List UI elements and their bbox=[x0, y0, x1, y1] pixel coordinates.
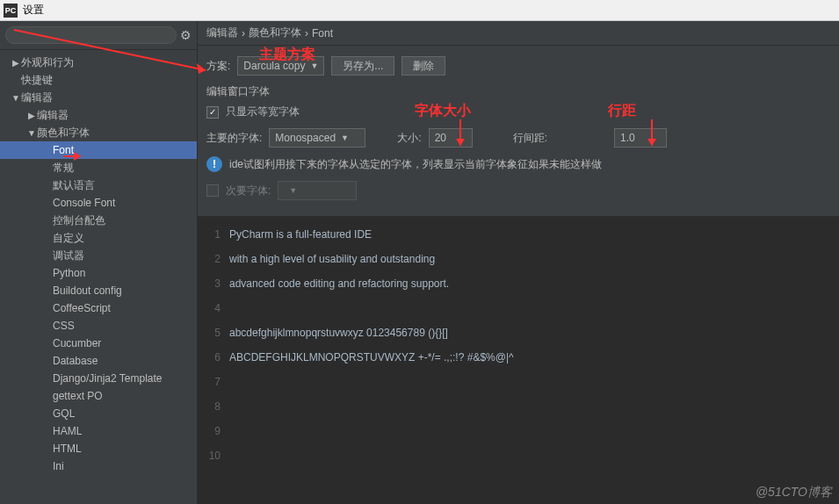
tree-item-label: 默认语言 bbox=[53, 178, 95, 193]
line-number: 9 bbox=[198, 419, 229, 443]
info-text: ide试图利用接下来的字体从选定的字体，列表显示当前字体象征如果未能这样做 bbox=[229, 157, 602, 172]
scheme-combo[interactable]: Darcula copy▼ bbox=[237, 56, 324, 76]
tree-item-label: Django/Jinja2 Template bbox=[53, 372, 163, 385]
tree-item-label: 颜色和字体 bbox=[37, 126, 90, 140]
line-number: 10 bbox=[198, 443, 229, 468]
tree-item-label: HAML bbox=[53, 425, 82, 437]
preview-line: 5abcdefghijklmnopqrstuvwxyz 0123456789 (… bbox=[198, 320, 839, 345]
line-text: abcdefghijklmnopqrstuvwxyz 0123456789 ()… bbox=[229, 320, 448, 345]
breadcrumb-item[interactable]: 编辑器 bbox=[206, 25, 238, 40]
tree-item-label: Cucumber bbox=[53, 337, 101, 349]
settings-sidebar: ⚙ ▶外观和行为快捷键▼编辑器▶编辑器▼颜色和字体Font常规默认语言Conso… bbox=[0, 21, 198, 504]
tree-item[interactable]: ▶外观和行为 bbox=[0, 54, 197, 71]
tree-item-label: 外观和行为 bbox=[21, 55, 74, 70]
tree-item[interactable]: ▶编辑器 bbox=[0, 106, 197, 124]
tree-item[interactable]: ▼颜色和字体 bbox=[0, 124, 197, 141]
tree-item-label: Console Font bbox=[53, 197, 115, 209]
tree-item-label: 快捷键 bbox=[21, 73, 53, 88]
breadcrumb-item[interactable]: 颜色和字体 bbox=[249, 25, 301, 40]
tree-item-label: 调试器 bbox=[53, 248, 84, 263]
delete-button[interactable]: 删除 bbox=[401, 56, 445, 76]
size-input[interactable] bbox=[429, 128, 473, 148]
tree-item-label: CoffeeScript bbox=[53, 302, 111, 314]
tree-item[interactable]: Font bbox=[0, 141, 197, 159]
tree-item-label: 常规 bbox=[53, 161, 74, 176]
title-bar: PC 设置 bbox=[0, 0, 839, 21]
mono-only-checkbox[interactable]: ✓ bbox=[206, 106, 219, 119]
primary-font-combo[interactable]: Monospaced▼ bbox=[269, 128, 365, 148]
tree-item-label: GQL bbox=[53, 407, 75, 420]
secondary-font-label: 次要字体: bbox=[226, 184, 271, 198]
preview-line: 6ABCDEFGHIJKLMNOPQRSTUVWXYZ +-*/= .,;:!?… bbox=[198, 345, 839, 370]
preview-line: 2with a high level of usability and outs… bbox=[198, 247, 839, 271]
breadcrumb-item: Font bbox=[312, 27, 333, 40]
tree-item-label: 编辑器 bbox=[37, 108, 69, 123]
tree-item[interactable]: Ini bbox=[0, 457, 197, 475]
line-number: 5 bbox=[198, 320, 229, 345]
tree-item[interactable]: 默认语言 bbox=[0, 176, 197, 194]
tree-item[interactable]: Buildout config bbox=[0, 282, 197, 299]
font-preview: 1PyCharm is a full-featured IDE2with a h… bbox=[198, 217, 839, 504]
tree-item[interactable]: Python bbox=[0, 264, 197, 282]
secondary-font-checkbox[interactable] bbox=[206, 184, 219, 197]
line-spacing-input[interactable] bbox=[614, 128, 667, 148]
tree-item-label: 自定义 bbox=[53, 231, 84, 246]
tree-item[interactable]: CSS bbox=[0, 317, 197, 335]
preview-line: 1PyCharm is a full-featured IDE bbox=[198, 222, 839, 247]
tree-arrow-icon: ▼ bbox=[26, 128, 37, 138]
tree-item-label: Ini bbox=[53, 460, 64, 472]
tree-item[interactable]: 常规 bbox=[0, 159, 197, 176]
tree-item-label: Python bbox=[53, 267, 85, 279]
tree-item[interactable]: Django/Jinja2 Template bbox=[0, 370, 197, 387]
mono-only-label: 只显示等宽字体 bbox=[226, 104, 300, 119]
tree-arrow-icon: ▼ bbox=[11, 93, 21, 103]
search-input[interactable] bbox=[5, 26, 177, 44]
preview-line: 7 bbox=[198, 370, 839, 394]
tree-item[interactable]: Database bbox=[0, 352, 197, 370]
chevron-right-icon: › bbox=[242, 27, 245, 40]
tree-item[interactable]: Cucumber bbox=[0, 335, 197, 352]
info-icon: ! bbox=[206, 156, 222, 172]
tree-item[interactable]: GQL bbox=[0, 405, 197, 422]
line-number: 8 bbox=[198, 394, 229, 419]
tree-item[interactable]: ▼编辑器 bbox=[0, 89, 197, 106]
tree-item-label: HTML bbox=[53, 443, 82, 455]
editor-font-section: 编辑窗口字体 bbox=[206, 84, 830, 99]
tree-item[interactable]: gettext PO bbox=[0, 387, 197, 405]
preview-line: 4 bbox=[198, 296, 839, 320]
settings-tree[interactable]: ▶外观和行为快捷键▼编辑器▶编辑器▼颜色和字体Font常规默认语言Console… bbox=[0, 50, 197, 504]
tree-item[interactable]: HAML bbox=[0, 422, 197, 440]
tree-item-label: Font bbox=[53, 144, 74, 156]
primary-font-label: 主要的字体: bbox=[206, 131, 262, 146]
tree-item-label: CSS bbox=[53, 320, 75, 332]
chevron-down-icon: ▼ bbox=[310, 61, 318, 70]
line-text: PyCharm is a full-featured IDE bbox=[229, 222, 372, 247]
tree-item[interactable]: HTML bbox=[0, 440, 197, 457]
line-text: ABCDEFGHIJKLMNOPQRSTUVWXYZ +-*/= .,;:!? … bbox=[229, 345, 514, 370]
tree-item[interactable]: CoffeeScript bbox=[0, 299, 197, 317]
tree-item[interactable]: Console Font bbox=[0, 194, 197, 212]
line-text: advanced code editing and refactoring su… bbox=[229, 271, 449, 296]
gear-icon[interactable]: ⚙ bbox=[180, 28, 192, 42]
chevron-down-icon: ▼ bbox=[289, 186, 297, 195]
tree-item[interactable]: 自定义 bbox=[0, 229, 197, 247]
tree-arrow-icon: ▶ bbox=[11, 58, 21, 68]
line-text: with a high level of usability and outst… bbox=[229, 247, 435, 271]
size-label: 大小: bbox=[397, 131, 421, 146]
line-number: 7 bbox=[198, 370, 229, 394]
line-number: 1 bbox=[198, 222, 229, 247]
secondary-font-combo: ▼ bbox=[278, 181, 357, 200]
tree-arrow-icon: ▶ bbox=[26, 111, 37, 120]
tree-item-label: 控制台配色 bbox=[53, 213, 105, 228]
watermark: @51CTO博客 bbox=[756, 485, 832, 500]
tree-item[interactable]: 快捷键 bbox=[0, 71, 197, 89]
chevron-right-icon: › bbox=[305, 27, 308, 40]
save-as-button[interactable]: 另存为... bbox=[331, 56, 394, 76]
line-spacing-label: 行间距: bbox=[513, 131, 547, 146]
chevron-down-icon: ▼ bbox=[341, 133, 349, 142]
preview-line: 3advanced code editing and refactoring s… bbox=[198, 271, 839, 296]
tree-item[interactable]: 调试器 bbox=[0, 247, 197, 264]
tree-item[interactable]: 控制台配色 bbox=[0, 212, 197, 229]
scheme-label: 方案: bbox=[206, 59, 230, 74]
line-number: 4 bbox=[198, 296, 229, 320]
